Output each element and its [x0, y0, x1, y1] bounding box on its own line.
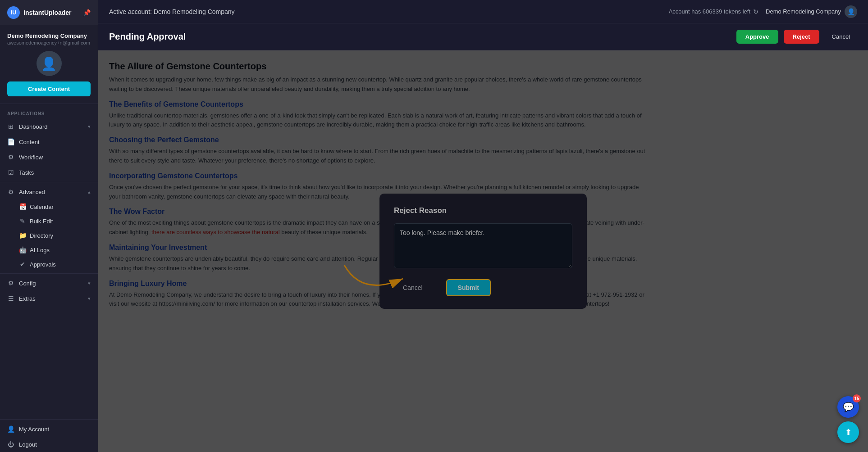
user-email: awesomedemoagency+n@gmail.com	[7, 40, 91, 45]
chevron-down-icon: ▾	[88, 296, 91, 302]
sidebar-item-ai-logs[interactable]: 🤖 AI Logs	[0, 243, 98, 257]
sidebar-item-workflow[interactable]: ⚙ Workflow	[0, 149, 98, 165]
bulk-edit-icon: ✎	[19, 217, 26, 225]
applications-label: APPLICATIONS	[0, 104, 98, 119]
sidebar-sub-item-label: Approvals	[30, 261, 56, 268]
extras-icon: ☰	[7, 295, 14, 302]
scroll-top-button[interactable]: ⬆	[837, 421, 859, 443]
sidebar-item-tasks[interactable]: ☑ Tasks	[0, 165, 98, 180]
chevron-down-icon: ▾	[88, 124, 91, 130]
sidebar-logo: IU InstantUploader	[7, 6, 72, 19]
reject-reason-modal: Reject Reason Too long. Please make brie…	[379, 194, 587, 309]
sidebar-item-label: Extras	[19, 295, 36, 302]
sidebar-item-advanced[interactable]: ⚙ Advanced ▴	[0, 184, 98, 199]
reject-reason-textarea[interactable]: Too long. Please make briefer.	[394, 223, 572, 268]
sidebar-item-label: Advanced	[19, 189, 45, 195]
workflow-icon: ⚙	[7, 154, 14, 161]
sidebar-item-content[interactable]: 📄 Content	[0, 134, 98, 149]
tokens-text: Account has 606339 tokens left	[669, 8, 750, 15]
sidebar-item-label: Config	[19, 280, 36, 287]
company-avatar: 👤	[845, 5, 857, 18]
modal-actions: Cancel Submit	[394, 279, 572, 296]
pin-icon[interactable]: 📌	[83, 9, 91, 16]
sidebar-sub-item-label: Calendar	[30, 203, 54, 210]
chevron-down-icon: ▾	[88, 280, 91, 286]
sidebar: IU InstantUploader 📌 Demo Remodeling Com…	[0, 0, 98, 452]
sidebar-sub-item-label: Bulk Edit	[30, 218, 53, 225]
create-content-button[interactable]: Create Content	[7, 81, 91, 96]
sidebar-user-section: Demo Remodeling Company awesomedemoagenc…	[0, 25, 98, 104]
sidebar-item-calendar[interactable]: 📅 Calendar	[0, 199, 98, 214]
content-header: Pending Approval Approve Reject Cancel	[98, 23, 868, 50]
logo-icon: IU	[7, 6, 20, 19]
sidebar-item-logout[interactable]: ⏻ Logout	[0, 437, 98, 452]
logout-icon: ⏻	[7, 441, 14, 448]
page-title: Pending Approval	[109, 32, 186, 42]
modal-overlay: Reject Reason Too long. Please make brie…	[98, 50, 868, 452]
approve-button[interactable]: Approve	[736, 30, 778, 44]
calendar-icon: 📅	[19, 203, 26, 210]
content-icon: 📄	[7, 138, 14, 145]
sidebar-item-approvals[interactable]: ✔ Approvals	[0, 257, 98, 271]
article-area: The Allure of Gemstone Countertops When …	[98, 50, 868, 452]
tokens-info: Account has 606339 tokens left ↻	[669, 8, 758, 15]
my-account-icon: 👤	[7, 425, 14, 433]
sidebar-item-label: Tasks	[19, 169, 34, 176]
sidebar-item-dashboard[interactable]: ⊞ Dashboard ▾	[0, 119, 98, 134]
sidebar-item-extras[interactable]: ☰ Extras ▾	[0, 291, 98, 306]
modal-submit-button[interactable]: Submit	[446, 279, 491, 296]
sidebar-sub-item-label: AI Logs	[30, 247, 50, 253]
modal-title: Reject Reason	[394, 206, 572, 215]
config-icon: ⚙	[7, 280, 14, 287]
company-name: Demo Remodeling Company	[766, 8, 841, 15]
main-content: Active account: Demo Remodeling Company …	[98, 0, 868, 452]
advanced-icon: ⚙	[7, 188, 14, 195]
active-account-label: Active account: Demo Remodeling Company	[109, 8, 235, 15]
refresh-icon[interactable]: ↻	[753, 8, 758, 15]
chevron-up-icon: ▴	[88, 189, 91, 195]
directory-icon: 📁	[19, 232, 26, 239]
sidebar-header: IU InstantUploader 📌	[0, 0, 98, 25]
sidebar-item-label: Dashboard	[19, 123, 48, 130]
dashboard-icon: ⊞	[7, 123, 14, 130]
divider	[0, 419, 98, 420]
sidebar-item-label: My Account	[19, 426, 49, 433]
arrow-annotation	[340, 261, 412, 297]
sidebar-item-directory[interactable]: 📁 Directory	[0, 228, 98, 243]
company-badge: Demo Remodeling Company 👤	[766, 5, 857, 18]
avatar: 👤	[37, 51, 62, 76]
tasks-icon: ☑	[7, 169, 14, 176]
approvals-icon: ✔	[19, 261, 26, 268]
app-name: InstantUploader	[23, 9, 72, 16]
sidebar-item-label: Workflow	[19, 154, 43, 161]
chat-badge: 15	[853, 394, 861, 402]
sidebar-item-config[interactable]: ⚙ Config ▾	[0, 276, 98, 291]
header-actions: Approve Reject Cancel	[736, 30, 857, 44]
ai-logs-icon: 🤖	[19, 246, 26, 253]
divider	[0, 273, 98, 274]
sidebar-item-label: Logout	[19, 441, 37, 448]
topbar: Active account: Demo Remodeling Company …	[98, 0, 868, 23]
user-company: Demo Remodeling Company	[7, 32, 91, 39]
sidebar-item-my-account[interactable]: 👤 My Account	[0, 421, 98, 437]
reject-button[interactable]: Reject	[784, 30, 819, 44]
sidebar-sub-item-label: Directory	[30, 232, 53, 239]
sidebar-item-label: Content	[19, 139, 40, 145]
chat-widget: 💬 15 ⬆	[837, 396, 859, 443]
sidebar-item-bulk-edit[interactable]: ✎ Bulk Edit	[0, 214, 98, 228]
divider	[0, 182, 98, 182]
cancel-button[interactable]: Cancel	[825, 30, 857, 44]
